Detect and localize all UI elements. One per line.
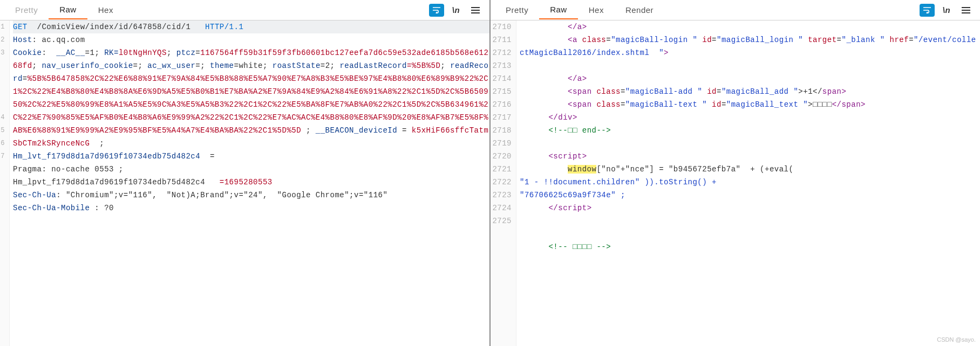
tab-hex-r[interactable]: Hex — [578, 1, 615, 19]
wrap-icon-r[interactable] — [918, 2, 936, 19]
wrap-icon[interactable] — [428, 2, 445, 19]
tabs-left: Pretty Raw Hex \n — [0, 0, 489, 20]
tab-pretty[interactable]: Pretty — [4, 1, 49, 19]
menu-icon-r[interactable] — [957, 2, 975, 19]
response-code[interactable]: </a> <a class="magicBall-login " id="mag… — [516, 20, 980, 346]
watermark: CSDN @sayo. — [937, 336, 976, 343]
gutter-right: 2710 2711 2712 2713 2714 2715 2716 2717 … — [491, 20, 516, 346]
newline-icon[interactable]: \n — [447, 2, 465, 19]
tab-raw-r[interactable]: Raw — [539, 1, 578, 19]
tab-hex[interactable]: Hex — [87, 1, 124, 19]
tab-raw[interactable]: Raw — [49, 1, 87, 19]
response-pane: Pretty Raw Hex Render \n 2710 2711 2712 … — [489, 0, 980, 346]
newline-icon-r[interactable]: \n — [938, 2, 955, 19]
request-pane: Pretty Raw Hex \n 1 2 3 4 5 6 7 GET /Com… — [0, 0, 489, 346]
response-editor[interactable]: 2710 2711 2712 2713 2714 2715 2716 2717 … — [491, 20, 980, 346]
gutter-left: 1 2 3 4 5 6 7 — [0, 20, 10, 346]
menu-icon[interactable] — [467, 2, 484, 19]
request-editor[interactable]: 1 2 3 4 5 6 7 GET /ComicView/index/id/64… — [0, 20, 489, 346]
request-code[interactable]: GET /ComicView/index/id/647858/cid/1 HTT… — [10, 20, 489, 346]
tabs-right: Pretty Raw Hex Render \n — [491, 0, 980, 20]
tab-render-r[interactable]: Render — [615, 1, 664, 19]
tab-pretty-r[interactable]: Pretty — [495, 1, 539, 19]
